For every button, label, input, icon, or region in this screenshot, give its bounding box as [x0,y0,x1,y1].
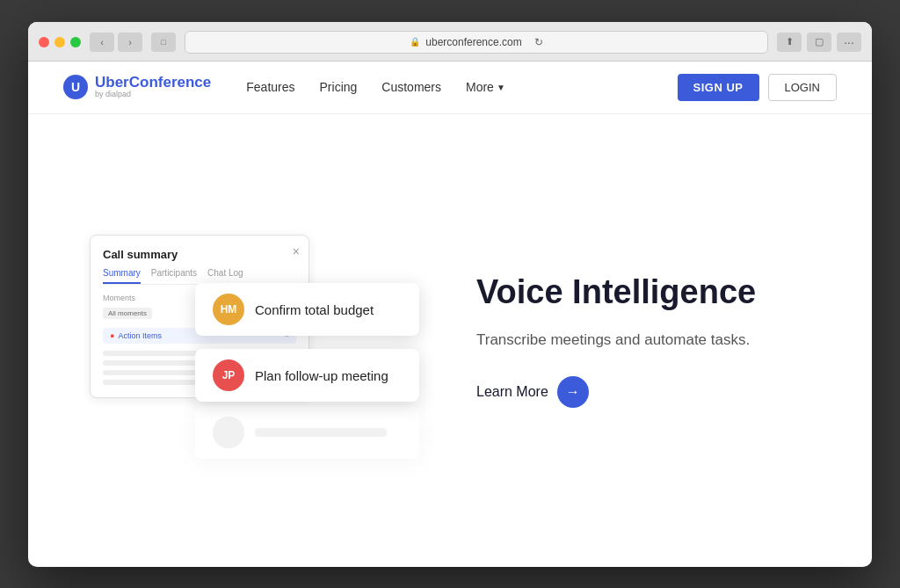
nav-link-customers[interactable]: Customers [381,80,441,94]
refresh-icon[interactable]: ↻ [534,36,543,48]
share-button[interactable]: ⬆ [777,33,802,52]
logo-text-area: UberConference by dialpad [95,75,211,100]
window-toggle-button[interactable]: □ [151,33,176,52]
signup-button[interactable]: SIGN UP [678,74,759,101]
hero-title: Voice Intelligence [476,272,810,313]
ghost-text [255,428,387,437]
ghost-avatar [213,417,244,448]
lock-icon: 🔒 [410,37,420,47]
browser-actions: ⬆ ▢ ··· [777,33,861,52]
learn-more-arrow-icon: → [557,376,589,408]
page-content: U UberConference by dialpad Features Pri… [28,62,872,567]
ghost-popup-1 [195,406,419,459]
nav-link-more[interactable]: More ▼ [466,80,505,94]
tab-chat-log[interactable]: Chat Log [207,268,243,284]
hero-subtitle: Transcribe meetings and automate tasks. [476,329,810,352]
nav-buttons: ‹ › [90,33,142,52]
add-tab-button[interactable]: ▢ [807,33,831,52]
call-summary-container: × Call summary Summary Participants Chat… [90,235,424,446]
browser-chrome: ‹ › □ 🔒 uberconference.com ↻ ⬆ ▢ ··· [28,22,872,62]
action-items-label: Action Items [118,331,162,340]
url-text: uberconference.com [425,36,521,48]
hero-section: × Call summary Summary Participants Chat… [28,114,872,567]
site-nav: U UberConference by dialpad Features Pri… [28,62,872,114]
logo-sub-text: by dialpad [95,91,211,99]
hero-text: Voice Intelligence Transcribe meetings a… [476,272,810,407]
bullet-icon: ● [110,331,114,340]
action-popup-2: JP Plan follow-up meeting [195,349,419,402]
tab-participants[interactable]: Participants [151,268,197,284]
login-button[interactable]: LOGIN [768,74,837,101]
learn-more-link[interactable]: Learn More → [476,376,810,408]
chevron-down-icon: ▼ [497,83,505,92]
browser-window: ‹ › □ 🔒 uberconference.com ↻ ⬆ ▢ ··· U U… [28,22,872,567]
logo-main-text: UberConference [95,75,211,91]
traffic-light-red[interactable] [39,37,49,47]
browser-more-button[interactable]: ··· [837,33,861,52]
nav-actions: SIGN UP LOGIN [678,74,837,101]
nav-links: Features Pricing Customers More ▼ [246,80,650,94]
nav-link-features[interactable]: Features [246,80,294,94]
filter-tag[interactable]: All moments [103,308,152,319]
action-text-2: Plan follow-up meeting [255,368,388,383]
action-popup-1: HM Confirm total budget [195,283,419,336]
traffic-lights [39,37,81,47]
logo-icon: U [63,75,88,99]
avatar-hm: HM [213,294,244,325]
back-button[interactable]: ‹ [90,33,114,52]
nav-link-pricing[interactable]: Pricing [320,80,358,94]
address-bar[interactable]: 🔒 uberconference.com ↻ [185,31,768,54]
logo-area[interactable]: U UberConference by dialpad [63,75,211,100]
card-title: Call summary [103,248,296,261]
close-icon[interactable]: × [293,244,300,258]
learn-more-label: Learn More [476,384,548,400]
forward-button[interactable]: › [118,33,142,52]
tab-summary[interactable]: Summary [103,268,141,284]
traffic-light-yellow[interactable] [54,37,65,47]
action-text-1: Confirm total budget [255,302,374,317]
avatar-jp: JP [213,359,244,391]
traffic-light-green[interactable] [70,37,81,47]
